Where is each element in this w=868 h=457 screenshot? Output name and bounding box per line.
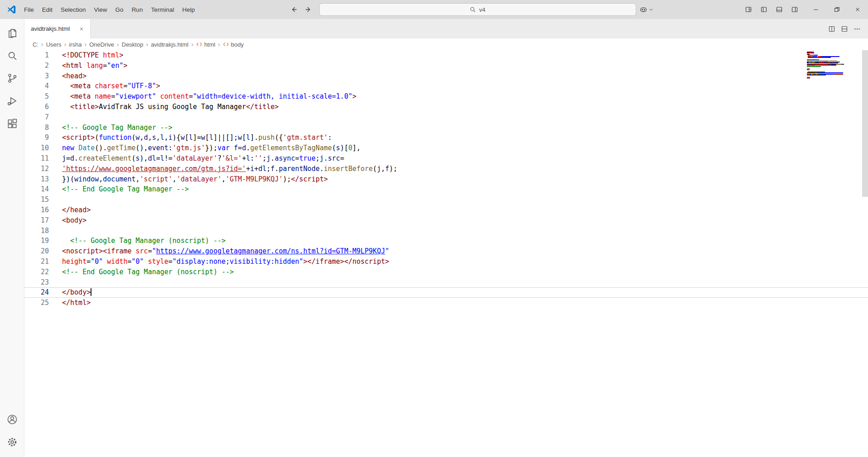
code-line[interactable]: 14<!-- End Google Tag Manager --> — [24, 184, 868, 195]
scrollbar-thumb[interactable] — [862, 50, 868, 197]
line-number: 9 — [24, 133, 49, 143]
code-line[interactable]: 2<html lang="en"> — [24, 61, 868, 71]
code-line[interactable]: 24</body> — [24, 287, 868, 298]
breadcrumb-symbol-body[interactable]: body — [223, 41, 244, 48]
toggle-panel-button[interactable] — [772, 4, 786, 15]
code-line[interactable]: 9<script>(function(w,d,s,l,i){w[l]=w[l]|… — [24, 133, 868, 143]
breadcrumb-item[interactable]: avidtrakjs.html — [151, 41, 188, 48]
restore-icon — [834, 6, 840, 13]
tab-avidtrakjs[interactable]: avidtrakjs.html — [24, 19, 91, 38]
history-navigation — [288, 4, 315, 15]
menu-run[interactable]: Run — [128, 4, 147, 15]
minimap[interactable] — [807, 52, 848, 79]
line-number: 16 — [24, 205, 49, 215]
menu-help[interactable]: Help — [178, 4, 199, 15]
code-line[interactable]: 4 <meta charset="UTF-8"> — [24, 81, 868, 91]
code-line[interactable]: 12'https://www.googletagmanager.com/gtm.… — [24, 164, 868, 174]
line-number: 24 — [24, 287, 49, 298]
line-number: 13 — [24, 174, 49, 185]
symbol-tag-icon — [196, 41, 202, 48]
run-debug-icon[interactable] — [2, 90, 23, 111]
code-line[interactable]: 22<!-- End Google Tag Manager (noscript)… — [24, 267, 868, 277]
breadcrumb-item[interactable]: Users — [46, 41, 62, 48]
command-center-query: v4 — [479, 6, 485, 13]
code-line[interactable]: 10new Date().getTime(),event:'gtm.js'});… — [24, 143, 868, 153]
code-line[interactable]: 19 <!-- Google Tag Manager (noscript) --… — [24, 236, 868, 246]
settings-gear-icon[interactable] — [2, 432, 23, 452]
code-line[interactable]: 11j=d.createElement(s),dl=l!='dataLayer'… — [24, 153, 868, 164]
code-line[interactable]: 21height="0" width="0" style="display:no… — [24, 257, 868, 267]
code-line[interactable]: 5 <meta name="viewport" content="width=d… — [24, 91, 868, 102]
editor-layout-icon[interactable] — [841, 25, 848, 33]
customize-layout-button[interactable] — [742, 4, 755, 15]
command-center-search[interactable]: v4 — [319, 3, 636, 16]
tab-close-button[interactable] — [77, 24, 86, 34]
back-button[interactable] — [288, 4, 300, 15]
breadcrumb-item[interactable]: C: — [33, 41, 38, 48]
code-line[interactable]: 16</head> — [24, 205, 868, 215]
workbench: avidtrakjs.html C:›Users›irsha›OneDrive›… — [0, 19, 868, 457]
menu-selection[interactable]: Selection — [57, 4, 90, 15]
code-lines: 1<!DOCTYPE html>2<html lang="en">3<head>… — [24, 50, 868, 308]
close-icon — [854, 6, 861, 13]
minimize-button[interactable] — [806, 0, 826, 19]
toggle-secondary-sidebar-button[interactable] — [788, 4, 801, 15]
code-line[interactable]: 17<body> — [24, 215, 868, 226]
line-number: 23 — [24, 277, 49, 288]
menu-file[interactable]: File — [20, 4, 38, 15]
code-line[interactable]: 6 <title>AvidTrak JS using Google Tag Ma… — [24, 102, 868, 112]
menu-go[interactable]: Go — [111, 4, 128, 15]
breadcrumb-item[interactable]: irsha — [69, 41, 82, 48]
titlebar: FileEditSelectionViewGoRunTerminalHelp v… — [0, 0, 868, 19]
code-line[interactable]: 3<head> — [24, 71, 868, 81]
menu-edit[interactable]: Edit — [38, 4, 57, 15]
code-line[interactable]: 18 — [24, 226, 868, 236]
tab-bar: avidtrakjs.html — [24, 19, 868, 38]
code-editor[interactable]: 1<!DOCTYPE html>2<html lang="en">3<head>… — [24, 50, 868, 457]
menu-view[interactable]: View — [90, 4, 111, 15]
line-number: 5 — [24, 91, 49, 102]
copilot-icon — [639, 5, 647, 14]
copilot-button[interactable] — [639, 5, 653, 14]
code-line[interactable]: 25</html> — [24, 298, 868, 308]
breadcrumb-separator-icon: › — [116, 41, 120, 48]
source-control-icon[interactable] — [2, 68, 23, 89]
vscode-logo-icon — [6, 5, 16, 14]
breadcrumb-item[interactable]: OneDrive — [89, 41, 114, 48]
accounts-icon[interactable] — [2, 409, 23, 430]
line-number: 12 — [24, 164, 49, 174]
line-number: 7 — [24, 112, 49, 123]
line-number: 3 — [24, 71, 49, 81]
code-line[interactable]: 8<!-- Google Tag Manager --> — [24, 123, 868, 133]
forward-button[interactable] — [302, 4, 315, 15]
line-number: 25 — [24, 298, 49, 308]
line-number: 20 — [24, 246, 49, 257]
code-line[interactable]: 20<noscript><iframe src="https://www.goo… — [24, 246, 868, 257]
breadcrumb-symbol-html[interactable]: html — [196, 41, 216, 48]
code-line[interactable]: 23 — [24, 277, 868, 288]
split-editor-icon[interactable] — [828, 25, 835, 33]
chevron-down-icon — [649, 7, 653, 12]
code-line[interactable]: 15 — [24, 195, 868, 205]
menu-terminal[interactable]: Terminal — [147, 4, 178, 15]
line-number: 1 — [24, 50, 49, 61]
line-number: 8 — [24, 123, 49, 133]
breadcrumb-separator-icon: › — [41, 41, 44, 48]
restore-button[interactable] — [826, 0, 847, 19]
search-view-icon[interactable] — [2, 45, 23, 66]
line-number: 11 — [24, 153, 49, 164]
line-number: 21 — [24, 257, 49, 267]
breadcrumb-item[interactable]: Desktop — [122, 41, 144, 48]
tab-label: avidtrakjs.html — [31, 25, 70, 32]
explorer-icon[interactable] — [2, 23, 23, 43]
close-window-button[interactable] — [847, 0, 868, 19]
code-line[interactable]: 7 — [24, 112, 868, 123]
line-number: 4 — [24, 81, 49, 91]
line-number: 2 — [24, 61, 49, 71]
more-actions-icon[interactable] — [854, 25, 861, 33]
toggle-primary-sidebar-button[interactable] — [757, 4, 770, 15]
code-line[interactable]: 13})(window,document,'script','dataLayer… — [24, 174, 868, 185]
extensions-icon[interactable] — [2, 113, 23, 134]
close-icon — [79, 26, 84, 32]
code-line[interactable]: 1<!DOCTYPE html> — [24, 50, 868, 61]
